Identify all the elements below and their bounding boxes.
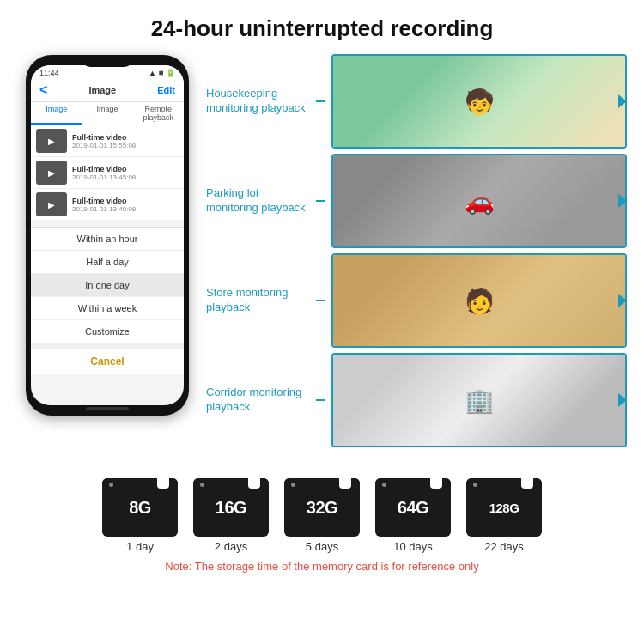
phone-device: 11:44 ▲◾🔋 < Image Edit Image Image Remot… bbox=[26, 55, 189, 416]
playback-row-parking: Parking lot monitoring playback 🚗 bbox=[206, 154, 627, 248]
phone-video-item-1: ▶ Full-time video 2019-01-01 15:55:08 bbox=[31, 125, 184, 157]
playback-img-corridor: 🏢 bbox=[331, 353, 627, 447]
dropdown-item-1[interactable]: Half a day bbox=[31, 251, 184, 274]
sdcard-label-128g: 128G bbox=[489, 501, 519, 515]
sdcard-item-64g: 64G 10 days bbox=[375, 478, 451, 553]
dropdown-item-0[interactable]: Within an hour bbox=[31, 228, 184, 251]
playback-label-housekeeping: Housekeeping monitoring playback bbox=[206, 87, 309, 116]
phone-edit-button[interactable]: Edit bbox=[157, 85, 175, 95]
sdcard-8g: 8G bbox=[102, 478, 178, 537]
sdcard-notch-2 bbox=[248, 478, 260, 489]
arrow-parking bbox=[618, 194, 627, 208]
phone-video-item-2: ▶ Full-time video 2019-01-01 13:45:08 bbox=[31, 157, 184, 189]
connector-line-2 bbox=[316, 200, 325, 202]
sdcard-dot-5 bbox=[473, 483, 477, 487]
dropdown-item-2[interactable]: In one day bbox=[31, 274, 184, 297]
playback-img-parking: 🚗 bbox=[331, 154, 627, 248]
phone-tabs: Image Image Remote playback bbox=[31, 102, 184, 125]
sdcard-label-64g: 64G bbox=[398, 498, 428, 518]
playback-label-parking: Parking lot monitoring playback bbox=[206, 186, 309, 216]
play-icon-1: ▶ bbox=[48, 137, 55, 146]
sdcard-64g: 64G bbox=[375, 478, 451, 537]
sdcard-notch-1 bbox=[157, 478, 169, 489]
sdcard-16g: 16G bbox=[193, 478, 269, 537]
sdcard-section: 8G 1 day 16G 2 days 32G 5 days bbox=[0, 471, 644, 573]
phone-item-date-2: 2019-01-01 13:45:08 bbox=[72, 173, 179, 181]
phone-status-bar: 11:44 ▲◾🔋 bbox=[31, 65, 184, 79]
sdcard-label-32g: 32G bbox=[307, 498, 337, 518]
corridor-image: 🏢 bbox=[333, 355, 625, 446]
page-header: 24-hour uninterrupted recording bbox=[0, 0, 644, 51]
phone-nav-title: Image bbox=[88, 85, 116, 95]
right-panel: Housekeeping monitoring playback 🧒 Parki… bbox=[206, 51, 627, 471]
sdcard-item-32g: 32G 5 days bbox=[284, 478, 360, 553]
phone-item-title-2: Full-time video bbox=[72, 165, 179, 173]
store-image: 🧑 bbox=[333, 255, 625, 346]
playback-row-store: Store monitoring playback 🧑 bbox=[206, 253, 627, 348]
sdcard-dot-4 bbox=[382, 483, 386, 487]
play-icon-3: ▶ bbox=[48, 200, 55, 210]
sdcard-dot-1 bbox=[109, 483, 113, 487]
parking-image: 🚗 bbox=[333, 155, 625, 246]
playback-label-store: Store monitoring playback bbox=[206, 286, 309, 315]
phone-dropdown: Within an hour Half a day In one day Wit… bbox=[31, 227, 184, 374]
connector-store bbox=[316, 300, 325, 301]
connector-line-4 bbox=[316, 399, 325, 401]
arrow-corridor bbox=[618, 393, 627, 407]
phone-mockup: 11:44 ▲◾🔋 < Image Edit Image Image Remot… bbox=[17, 51, 197, 471]
play-icon-2: ▶ bbox=[48, 168, 55, 178]
phone-time: 11:44 bbox=[39, 69, 59, 77]
sdcard-item-8g: 8G 1 day bbox=[102, 478, 178, 553]
sdcard-label-8g: 8G bbox=[129, 498, 151, 518]
playback-row-housekeeping: Housekeeping monitoring playback 🧒 bbox=[206, 54, 627, 149]
sdcard-days-8g: 1 day bbox=[126, 540, 154, 553]
phone-notch bbox=[82, 55, 133, 67]
main-content: 11:44 ▲◾🔋 < Image Edit Image Image Remot… bbox=[0, 51, 644, 471]
phone-tab-image2[interactable]: Image bbox=[82, 102, 132, 125]
dropdown-item-4[interactable]: Customize bbox=[31, 320, 184, 343]
sdcard-notch-3 bbox=[339, 478, 351, 489]
housekeeping-image: 🧒 bbox=[333, 56, 625, 147]
connector-line-3 bbox=[316, 300, 325, 301]
phone-tab-remote[interactable]: Remote playback bbox=[133, 102, 184, 125]
phone-tab-image[interactable]: Image bbox=[31, 102, 82, 125]
connector-corridor bbox=[316, 399, 325, 401]
page-title: 24-hour uninterrupted recording bbox=[0, 15, 644, 42]
sdcard-item-16g: 16G 2 days bbox=[193, 478, 269, 553]
phone-item-date-3: 2019-01-01 13:40:08 bbox=[72, 205, 179, 213]
phone-screen: 11:44 ▲◾🔋 < Image Edit Image Image Remot… bbox=[31, 65, 184, 405]
sdcard-row: 8G 1 day 16G 2 days 32G 5 days bbox=[102, 478, 542, 553]
dropdown-item-3[interactable]: Within a week bbox=[31, 297, 184, 320]
dropdown-cancel-button[interactable]: Cancel bbox=[31, 343, 184, 374]
connector-housekeeping bbox=[316, 100, 325, 102]
sdcard-notch-4 bbox=[430, 478, 442, 489]
connector-parking bbox=[316, 200, 325, 202]
sdcard-days-16g: 2 days bbox=[215, 540, 247, 553]
phone-item-title-3: Full-time video bbox=[72, 197, 179, 205]
sdcard-dot-3 bbox=[291, 483, 295, 487]
sdcard-days-64g: 10 days bbox=[393, 540, 433, 553]
storage-note: Note: The storage time of the memory car… bbox=[165, 560, 478, 573]
phone-thumb-3: ▶ bbox=[36, 192, 67, 216]
phone-back-button[interactable]: < bbox=[39, 82, 47, 98]
phone-video-item-3: ▶ Full-time video 2019-01-01 13:40:08 bbox=[31, 189, 184, 221]
phone-item-info-3: Full-time video 2019-01-01 13:40:08 bbox=[72, 197, 179, 213]
sdcard-days-32g: 5 days bbox=[306, 540, 338, 553]
playback-img-housekeeping: 🧒 bbox=[331, 54, 627, 149]
phone-item-info-2: Full-time video 2019-01-01 13:45:08 bbox=[72, 165, 179, 181]
phone-item-date-1: 2019-01-01 15:55:08 bbox=[72, 142, 179, 149]
playback-label-corridor: Corridor monitoring playback bbox=[206, 386, 309, 415]
sdcard-days-128g: 22 days bbox=[484, 540, 524, 553]
phone-item-title-1: Full-time video bbox=[72, 133, 179, 142]
sdcard-dot-2 bbox=[200, 483, 204, 487]
arrow-store bbox=[618, 294, 627, 307]
playback-row-corridor: Corridor monitoring playback 🏢 bbox=[206, 353, 627, 447]
phone-icons: ▲◾🔋 bbox=[149, 69, 175, 77]
sdcard-item-128g: 128G 22 days bbox=[466, 478, 542, 553]
sdcard-label-16g: 16G bbox=[216, 498, 246, 518]
phone-thumb-1: ▶ bbox=[36, 129, 67, 153]
phone-thumb-2: ▶ bbox=[36, 161, 67, 185]
phone-item-info-1: Full-time video 2019-01-01 15:55:08 bbox=[72, 133, 179, 149]
sdcard-notch-5 bbox=[521, 478, 533, 489]
sdcard-128g: 128G bbox=[466, 478, 542, 537]
